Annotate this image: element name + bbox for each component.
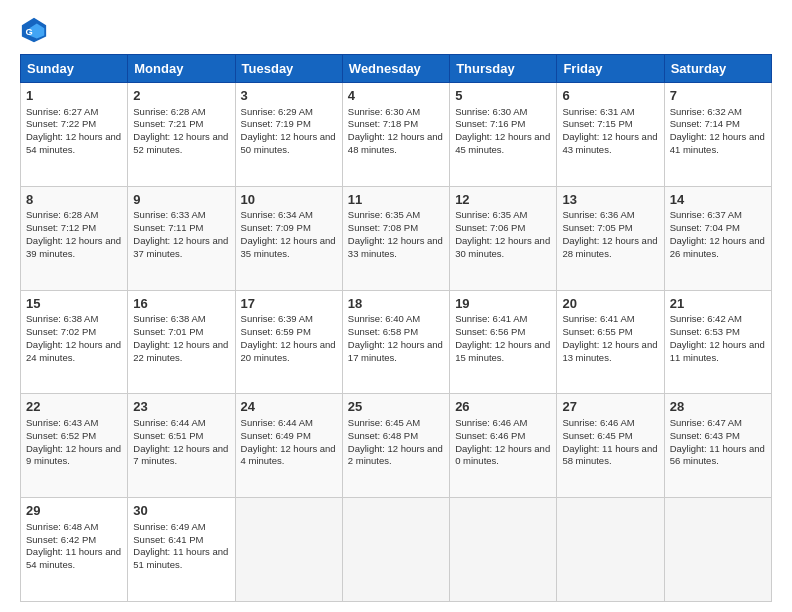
day-cell-2: 2Sunrise: 6:28 AMSunset: 7:21 PMDaylight… — [128, 83, 235, 187]
day-number: 11 — [348, 191, 444, 209]
empty-cell — [450, 498, 557, 602]
day-cell-20: 20Sunrise: 6:41 AMSunset: 6:55 PMDayligh… — [557, 290, 664, 394]
day-number: 29 — [26, 502, 122, 520]
day-number: 18 — [348, 295, 444, 313]
day-cell-28: 28Sunrise: 6:47 AMSunset: 6:43 PMDayligh… — [664, 394, 771, 498]
week-row-5: 29Sunrise: 6:48 AMSunset: 6:42 PMDayligh… — [21, 498, 772, 602]
header: G — [20, 16, 772, 44]
day-cell-26: 26Sunrise: 6:46 AMSunset: 6:46 PMDayligh… — [450, 394, 557, 498]
col-header-saturday: Saturday — [664, 55, 771, 83]
day-cell-13: 13Sunrise: 6:36 AMSunset: 7:05 PMDayligh… — [557, 186, 664, 290]
day-number: 10 — [241, 191, 337, 209]
day-cell-16: 16Sunrise: 6:38 AMSunset: 7:01 PMDayligh… — [128, 290, 235, 394]
day-number: 15 — [26, 295, 122, 313]
day-number: 16 — [133, 295, 229, 313]
logo-icon: G — [20, 16, 48, 44]
day-number: 5 — [455, 87, 551, 105]
day-cell-21: 21Sunrise: 6:42 AMSunset: 6:53 PMDayligh… — [664, 290, 771, 394]
day-cell-8: 8Sunrise: 6:28 AMSunset: 7:12 PMDaylight… — [21, 186, 128, 290]
week-row-1: 1Sunrise: 6:27 AMSunset: 7:22 PMDaylight… — [21, 83, 772, 187]
day-number: 4 — [348, 87, 444, 105]
col-header-monday: Monday — [128, 55, 235, 83]
day-number: 12 — [455, 191, 551, 209]
day-cell-12: 12Sunrise: 6:35 AMSunset: 7:06 PMDayligh… — [450, 186, 557, 290]
day-cell-1: 1Sunrise: 6:27 AMSunset: 7:22 PMDaylight… — [21, 83, 128, 187]
day-cell-15: 15Sunrise: 6:38 AMSunset: 7:02 PMDayligh… — [21, 290, 128, 394]
calendar: SundayMondayTuesdayWednesdayThursdayFrid… — [20, 54, 772, 602]
day-cell-14: 14Sunrise: 6:37 AMSunset: 7:04 PMDayligh… — [664, 186, 771, 290]
col-header-thursday: Thursday — [450, 55, 557, 83]
day-number: 8 — [26, 191, 122, 209]
col-header-sunday: Sunday — [21, 55, 128, 83]
day-number: 26 — [455, 398, 551, 416]
week-row-3: 15Sunrise: 6:38 AMSunset: 7:02 PMDayligh… — [21, 290, 772, 394]
svg-text:G: G — [26, 27, 33, 37]
empty-cell — [557, 498, 664, 602]
empty-cell — [664, 498, 771, 602]
day-number: 19 — [455, 295, 551, 313]
day-number: 28 — [670, 398, 766, 416]
col-header-tuesday: Tuesday — [235, 55, 342, 83]
calendar-header: SundayMondayTuesdayWednesdayThursdayFrid… — [21, 55, 772, 83]
day-number: 23 — [133, 398, 229, 416]
day-cell-4: 4Sunrise: 6:30 AMSunset: 7:18 PMDaylight… — [342, 83, 449, 187]
day-number: 20 — [562, 295, 658, 313]
day-cell-30: 30Sunrise: 6:49 AMSunset: 6:41 PMDayligh… — [128, 498, 235, 602]
day-cell-9: 9Sunrise: 6:33 AMSunset: 7:11 PMDaylight… — [128, 186, 235, 290]
day-cell-22: 22Sunrise: 6:43 AMSunset: 6:52 PMDayligh… — [21, 394, 128, 498]
calendar-body: 1Sunrise: 6:27 AMSunset: 7:22 PMDaylight… — [21, 83, 772, 602]
day-number: 7 — [670, 87, 766, 105]
day-number: 9 — [133, 191, 229, 209]
col-header-wednesday: Wednesday — [342, 55, 449, 83]
day-number: 22 — [26, 398, 122, 416]
day-number: 1 — [26, 87, 122, 105]
day-cell-19: 19Sunrise: 6:41 AMSunset: 6:56 PMDayligh… — [450, 290, 557, 394]
day-cell-3: 3Sunrise: 6:29 AMSunset: 7:19 PMDaylight… — [235, 83, 342, 187]
day-cell-29: 29Sunrise: 6:48 AMSunset: 6:42 PMDayligh… — [21, 498, 128, 602]
empty-cell — [342, 498, 449, 602]
page: G SundayMondayTuesdayWednesdayThursdayFr… — [0, 0, 792, 612]
day-cell-7: 7Sunrise: 6:32 AMSunset: 7:14 PMDaylight… — [664, 83, 771, 187]
day-cell-24: 24Sunrise: 6:44 AMSunset: 6:49 PMDayligh… — [235, 394, 342, 498]
day-number: 14 — [670, 191, 766, 209]
col-header-friday: Friday — [557, 55, 664, 83]
week-row-4: 22Sunrise: 6:43 AMSunset: 6:52 PMDayligh… — [21, 394, 772, 498]
day-cell-18: 18Sunrise: 6:40 AMSunset: 6:58 PMDayligh… — [342, 290, 449, 394]
day-number: 2 — [133, 87, 229, 105]
empty-cell — [235, 498, 342, 602]
logo: G — [20, 16, 52, 44]
day-cell-17: 17Sunrise: 6:39 AMSunset: 6:59 PMDayligh… — [235, 290, 342, 394]
day-number: 17 — [241, 295, 337, 313]
day-number: 6 — [562, 87, 658, 105]
day-number: 27 — [562, 398, 658, 416]
day-cell-27: 27Sunrise: 6:46 AMSunset: 6:45 PMDayligh… — [557, 394, 664, 498]
day-number: 21 — [670, 295, 766, 313]
day-number: 24 — [241, 398, 337, 416]
day-number: 13 — [562, 191, 658, 209]
day-number: 25 — [348, 398, 444, 416]
day-cell-6: 6Sunrise: 6:31 AMSunset: 7:15 PMDaylight… — [557, 83, 664, 187]
day-cell-25: 25Sunrise: 6:45 AMSunset: 6:48 PMDayligh… — [342, 394, 449, 498]
day-number: 30 — [133, 502, 229, 520]
header-row: SundayMondayTuesdayWednesdayThursdayFrid… — [21, 55, 772, 83]
day-cell-10: 10Sunrise: 6:34 AMSunset: 7:09 PMDayligh… — [235, 186, 342, 290]
week-row-2: 8Sunrise: 6:28 AMSunset: 7:12 PMDaylight… — [21, 186, 772, 290]
day-number: 3 — [241, 87, 337, 105]
day-cell-5: 5Sunrise: 6:30 AMSunset: 7:16 PMDaylight… — [450, 83, 557, 187]
day-cell-11: 11Sunrise: 6:35 AMSunset: 7:08 PMDayligh… — [342, 186, 449, 290]
day-cell-23: 23Sunrise: 6:44 AMSunset: 6:51 PMDayligh… — [128, 394, 235, 498]
